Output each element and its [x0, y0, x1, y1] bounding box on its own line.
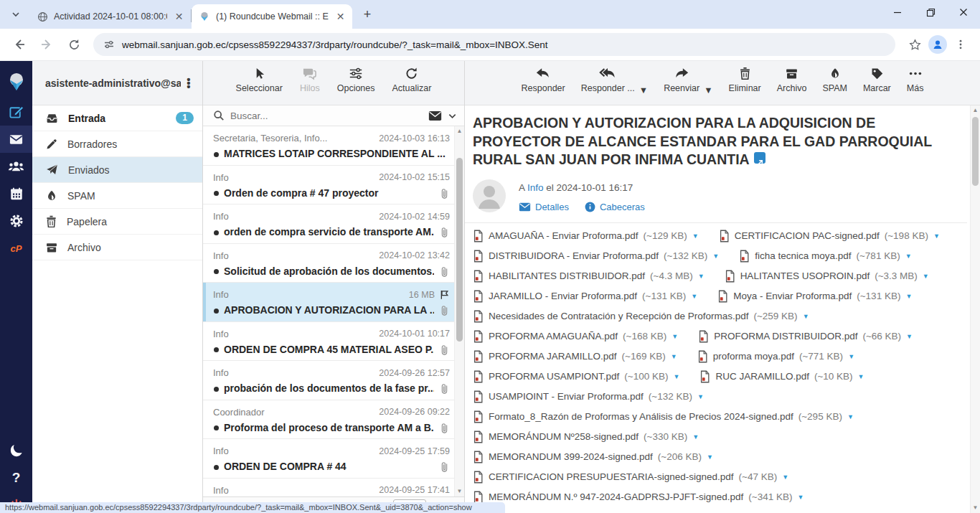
attachment-menu-caret[interactable]: ▼: [803, 313, 809, 320]
new-tab-button[interactable]: +: [358, 5, 377, 24]
scroll-up-arrow[interactable]: ▲: [971, 106, 980, 115]
settings-nav-button[interactable]: [0, 207, 32, 235]
compose-button[interactable]: [0, 98, 32, 126]
tab-close-icon[interactable]: ✕: [173, 11, 185, 23]
restore-button[interactable]: [914, 0, 947, 24]
attachment-menu-caret[interactable]: ▼: [707, 453, 713, 461]
folder-borradores[interactable]: Borradores: [32, 131, 202, 157]
attachment-item[interactable]: Formato_8_Razón de Proformas y Análisis …: [473, 410, 854, 423]
delete-button[interactable]: Eliminar: [729, 67, 761, 93]
spam-button[interactable]: SPAM: [822, 67, 847, 93]
attachment-item[interactable]: CERTIFICACION PRESUPUESTARIA-signed-sign…: [473, 471, 788, 484]
search-options-chevron-icon[interactable]: [448, 111, 457, 121]
reply-button[interactable]: Responder: [522, 67, 565, 93]
attachment-menu-caret[interactable]: ▼: [692, 232, 699, 240]
recipient-link[interactable]: Info: [527, 182, 544, 193]
message-row[interactable]: Info 2024-10-02 15:15 Orden de compra # …: [203, 166, 454, 205]
attachment-item[interactable]: AMAGUAÑA - Enviar Proforma.pdf (~129 KB)…: [473, 230, 699, 243]
refresh-button[interactable]: Actualizar: [392, 67, 432, 93]
folder-enviados[interactable]: Enviados: [32, 157, 202, 183]
dark-mode-toggle[interactable]: [0, 437, 32, 464]
folder-archivo[interactable]: Archivo: [32, 235, 202, 260]
tab-actividad[interactable]: Actividad 2024-10-01 08:00:00 ✕: [30, 4, 191, 29]
attachment-item[interactable]: MEMORÁNDUM Nº258-signed.pdf (~330 KB) ▼: [473, 430, 699, 443]
reader-scrollbar[interactable]: ▲ ▼: [970, 105, 980, 513]
more-button[interactable]: Más: [907, 67, 924, 93]
search-scope-mail-icon[interactable]: [428, 110, 442, 121]
calendar-nav-button[interactable]: [0, 180, 32, 207]
attachment-item[interactable]: JARAMILLO - Enviar Proforma.pdf (~131 KB…: [473, 290, 697, 303]
attachment-menu-caret[interactable]: ▼: [697, 393, 704, 400]
threads-button[interactable]: Hilos: [300, 67, 320, 93]
message-row[interactable]: Info 2024-10-01 10:17 ORDEN DE COMPRA 45…: [203, 322, 454, 362]
scroll-down-arrow[interactable]: ▼: [455, 487, 464, 496]
attachment-menu-caret[interactable]: ▼: [923, 273, 929, 280]
browser-profile-avatar[interactable]: [928, 35, 947, 54]
folder-papelera[interactable]: Papelera: [32, 209, 202, 235]
reply-all-button[interactable]: Responder ...: [581, 67, 635, 93]
attachment-menu-caret[interactable]: ▼: [712, 253, 719, 260]
open-in-new-window-icon[interactable]: [754, 152, 765, 164]
attachment-menu-caret[interactable]: ▼: [673, 373, 679, 380]
search-input[interactable]: [230, 110, 423, 121]
scroll-down-arrow[interactable]: ▼: [971, 504, 980, 512]
attachment-item[interactable]: HABILITANTES DISTRIBUIDOR.pdf (~4.3 MB) …: [473, 270, 705, 283]
attachment-item[interactable]: PROFORMA USAMPIONT.pdf (~100 KB) ▼: [473, 370, 679, 383]
reader-scrollbar-thumb[interactable]: [972, 117, 979, 186]
message-row[interactable]: Info 2024-09-26 12:57 probación de los d…: [203, 361, 454, 400]
forward-menu-caret[interactable]: ▼: [704, 67, 712, 95]
attachment-menu-caret[interactable]: ▼: [691, 293, 697, 300]
roundcube-logo[interactable]: [0, 65, 32, 98]
bookmark-star-button[interactable]: [903, 33, 926, 56]
attachment-menu-caret[interactable]: ▼: [933, 232, 940, 240]
scroll-up-arrow[interactable]: ▲: [455, 127, 464, 136]
forward-button[interactable]: [35, 33, 58, 56]
attachment-item[interactable]: DISTRIBUIDORA - Enviar Proforma.pdf (~13…: [473, 250, 719, 263]
mark-button[interactable]: Marcar: [863, 67, 891, 93]
attachment-item[interactable]: RUC JARAMILLO.pdf (~10 KB) ▼: [699, 370, 864, 383]
attachment-menu-caret[interactable]: ▼: [905, 253, 912, 260]
message-row[interactable]: Info 2024-09-25 17:41: [203, 479, 454, 497]
message-row[interactable]: Info 2024-10-02 13:42 Solicitud de aprob…: [203, 244, 454, 283]
message-row[interactable]: Info 16 MB APROBACION Y AUTORIZACION PAR…: [203, 283, 454, 322]
tab-close-icon[interactable]: ✕: [334, 11, 347, 23]
attachment-menu-caret[interactable]: ▼: [671, 353, 677, 360]
mail-nav-button[interactable]: [0, 126, 32, 153]
close-button[interactable]: [947, 0, 980, 24]
cpanel-logo[interactable]: cP: [0, 235, 32, 262]
site-settings-icon[interactable]: [103, 39, 115, 50]
help-button[interactable]: ?: [0, 464, 32, 491]
message-row[interactable]: Info 2024-10-02 14:59 orden de compra se…: [203, 204, 454, 244]
minimize-button[interactable]: [881, 0, 914, 24]
message-row[interactable]: Coordinador 2024-09-26 09:22 Proforma de…: [203, 400, 454, 440]
list-scrollbar[interactable]: ▲ ▼: [454, 126, 464, 496]
attachment-item[interactable]: HALITANTES USOPROIN.pdf (~3.3 MB) ▼: [725, 270, 929, 283]
attachment-menu-caret[interactable]: ▼: [848, 353, 854, 360]
reply-all-menu-caret[interactable]: ▼: [639, 67, 648, 95]
contacts-nav-button[interactable]: [0, 153, 32, 180]
headers-link[interactable]: Cabeceras: [585, 202, 645, 212]
attachment-item[interactable]: MEMORÁNDUM N.º 947-2024-GADPRSJ-PJFT-sig…: [473, 491, 804, 504]
attachment-item[interactable]: digital Autorización y aprobación-signed…: [473, 511, 736, 513]
attachment-item[interactable]: MEMORANDUM 399-2024-signed.pdf (~206 KB)…: [473, 451, 713, 463]
message-row[interactable]: Secretaria, Tesoreria, Info... 2024-10-0…: [203, 126, 454, 166]
tab-search-button[interactable]: [6, 4, 26, 24]
attachment-item[interactable]: Moya - Enviar Proforma.pdf (~131 KB) ▼: [717, 290, 912, 303]
url-bar[interactable]: webmail.sanjuan.gob.ec/cpsess8592294337/…: [93, 33, 895, 56]
attachment-item[interactable]: PROFORMA DISTRIBUIDOR.pdf (~66 KB) ▼: [698, 330, 913, 343]
folder-spam[interactable]: SPAM: [32, 183, 202, 209]
folder-entrada[interactable]: Entrada 1: [32, 105, 202, 131]
browser-menu-button[interactable]: [949, 33, 972, 56]
list-scrollbar-thumb[interactable]: [456, 158, 463, 342]
account-menu-button[interactable]: •••: [181, 77, 197, 88]
details-link[interactable]: Detalles: [519, 202, 569, 212]
attachment-item[interactable]: ficha tecnica moya.pdf (~781 KB) ▼: [739, 250, 911, 263]
attachment-menu-caret[interactable]: ▼: [698, 273, 705, 280]
attachment-item[interactable]: USAMPIOINT - Enviar Proforma.pdf (~132 K…: [473, 390, 704, 403]
attachment-menu-caret[interactable]: ▼: [858, 373, 864, 380]
attachment-menu-caret[interactable]: ▼: [906, 333, 913, 340]
attachment-item[interactable]: CERTIFICACION PAC-signed.pdf (~198 KB) ▼: [719, 230, 940, 243]
attachment-item[interactable]: Necesidades de Contratación y Recepción …: [473, 310, 809, 323]
options-button[interactable]: Opciones: [337, 67, 375, 93]
select-button[interactable]: Seleccionar: [236, 67, 283, 93]
